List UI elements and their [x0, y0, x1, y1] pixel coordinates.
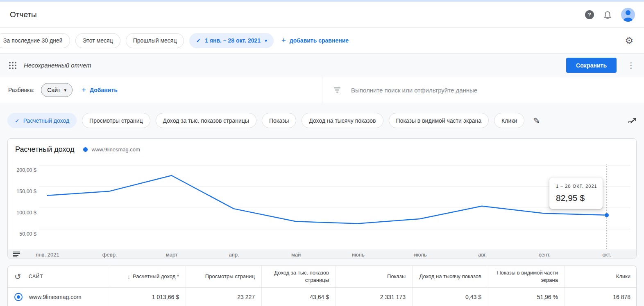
- metric-chip-estimated-earnings[interactable]: ✓ Расчетный доход: [7, 113, 77, 128]
- x-axis-month-label: июль: [414, 252, 426, 258]
- x-axis-strip: янв. 2021февр.мартапр.майиюньиюльавг.сен…: [8, 250, 636, 259]
- tooltip-date: 1 – 28 ОКТ. 2021: [556, 184, 596, 189]
- check-icon: ✓: [196, 37, 201, 44]
- column-label: Показы: [387, 273, 406, 280]
- date-preset-last-month[interactable]: Прошлый месяц: [126, 33, 184, 48]
- legend-series-name: www.9linesmag.com: [91, 146, 140, 153]
- page-title: Отчеты: [10, 10, 37, 19]
- column-header-impressions[interactable]: Показы: [336, 266, 412, 287]
- column-label: Просмотры страниц: [205, 273, 255, 280]
- add-comparison-button[interactable]: + добавить сравнение: [281, 36, 349, 45]
- x-axis-month-label: янв. 2021: [36, 252, 59, 258]
- user-avatar[interactable]: [621, 8, 635, 22]
- add-dimension-label: Добавить: [90, 87, 118, 93]
- estimated-earnings-cell: 1 013,66 $: [110, 288, 186, 306]
- settings-gear-icon[interactable]: ⚙: [625, 36, 633, 45]
- gridlines: [39, 165, 630, 229]
- column-label: Расчетный доход *: [133, 273, 179, 280]
- hover-data-point-dot: [605, 213, 609, 217]
- date-filter-bar: За последние 30 дней Этот месяц Прошлый …: [0, 28, 644, 54]
- legend-dot: [83, 147, 88, 152]
- hover-crosshair-line: [606, 164, 607, 250]
- filter-funnel-icon[interactable]: [333, 88, 341, 92]
- metric-chip-page-rpm[interactable]: Доход за тыс. показов страницы: [156, 113, 256, 128]
- chevron-down-icon: ▾: [64, 88, 66, 93]
- earnings-line-series: [48, 176, 606, 224]
- page-rpm-cell: 43,64 $: [261, 288, 336, 306]
- y-axis-tick-label: 100,00 $: [8, 210, 36, 216]
- dimension-selector-site[interactable]: Сайт ▾: [41, 83, 73, 97]
- table-header-row: ↺ САЙТ ↓ Расчетный доход * Просмотры стр…: [8, 266, 636, 288]
- x-axis-month-label: май: [291, 252, 301, 258]
- appbar-actions: ?: [585, 8, 635, 22]
- column-label: Клики: [616, 273, 630, 280]
- add-comparison-label: добавить сравнение: [290, 37, 349, 44]
- check-icon: ✓: [15, 117, 20, 124]
- y-axis-tick-label: 200,00 $: [8, 167, 36, 173]
- avatar-head: [626, 10, 630, 15]
- column-label: Доход на тысячу показов: [419, 273, 481, 280]
- metric-chip-clicks[interactable]: Клики: [494, 113, 524, 128]
- tooltip-value: 82,95 $: [556, 193, 596, 203]
- column-label: САЙТ: [29, 273, 43, 280]
- chart-legend: www.9linesmag.com: [83, 146, 140, 153]
- notifications-bell-icon[interactable]: [603, 10, 612, 19]
- main-content: ✓ Расчетный доход Просмотры страниц Дохо…: [0, 103, 644, 306]
- date-preset-last-30-days[interactable]: За последние 30 дней: [0, 33, 70, 48]
- chart-header: Расчетный доход www.9linesmag.com: [8, 139, 636, 154]
- date-range-selector[interactable]: ✓ 1 янв. – 28 окт. 2021 ▾: [189, 33, 273, 48]
- more-options-kebab-icon[interactable]: ⋮: [624, 61, 638, 70]
- metric-chip-label: Расчетный доход: [23, 117, 69, 124]
- x-axis-month-label: июнь: [352, 252, 365, 258]
- x-axis-month-label: авг.: [478, 252, 487, 258]
- breakdown-section: Разбивка: Сайт ▾ + Добавить: [0, 77, 322, 103]
- report-title-bar: Несохраненный отчет Сохранить ⋮: [0, 54, 644, 77]
- column-header-clicks[interactable]: Клики: [565, 266, 637, 287]
- column-label: Доход за тыс. показов страницы: [268, 269, 329, 284]
- x-axis-month-label: сент.: [539, 252, 551, 258]
- axis-list-icon[interactable]: [13, 252, 20, 257]
- column-header-site[interactable]: ↺ САЙТ: [8, 266, 110, 287]
- search-input[interactable]: [351, 87, 636, 94]
- chart-card: Расчетный доход www.9linesmag.com 200,00…: [7, 138, 637, 259]
- table-row: www.9linesmag.com 1 013,66 $ 23 227 43,6…: [8, 288, 636, 306]
- edit-metrics-pencil-icon[interactable]: ✎: [533, 116, 540, 126]
- chart-title: Расчетный доход: [15, 145, 74, 154]
- chevron-down-icon: ▾: [265, 38, 267, 43]
- report-table: ↺ САЙТ ↓ Расчетный доход * Просмотры стр…: [7, 266, 637, 306]
- x-axis-month-label: апр.: [229, 252, 239, 258]
- save-button[interactable]: Сохранить: [566, 58, 617, 73]
- impression-rpm-cell: 0,43 $: [412, 288, 488, 306]
- x-axis-month-label: март: [166, 252, 178, 258]
- apps-grid-icon[interactable]: [9, 62, 16, 69]
- metric-chip-page-views[interactable]: Просмотры страниц: [82, 113, 150, 128]
- plus-icon: +: [281, 36, 286, 45]
- x-axis-month-label: февр.: [102, 252, 117, 258]
- y-axis-tick-label: 150,00 $: [8, 189, 36, 194]
- avatar-body: [624, 18, 633, 22]
- metric-chip-viewability[interactable]: Показы в видимой части экрана: [389, 113, 489, 128]
- sort-descending-icon: ↓: [127, 273, 130, 281]
- column-header-impression-rpm[interactable]: Доход на тысячу показов: [412, 266, 488, 287]
- add-dimension-button[interactable]: + Добавить: [82, 86, 118, 94]
- clicks-cell: 16 878: [565, 288, 637, 306]
- column-header-estimated-earnings[interactable]: ↓ Расчетный доход *: [110, 266, 186, 287]
- breakdown-search-bar: Разбивка: Сайт ▾ + Добавить: [0, 77, 644, 103]
- undo-icon[interactable]: ↺: [14, 272, 21, 281]
- date-preset-this-month[interactable]: Этот месяц: [75, 33, 120, 48]
- metric-chip-impression-rpm[interactable]: Доход на тысячу показов: [302, 113, 383, 128]
- metric-chips-row: ✓ Расчетный доход Просмотры страниц Дохо…: [7, 113, 637, 128]
- multiline-chart-icon[interactable]: [628, 116, 637, 125]
- visibility-eye-icon[interactable]: [14, 293, 23, 301]
- column-label: Показы в видимой части экрана: [495, 269, 558, 284]
- column-header-page-rpm[interactable]: Доход за тыс. показов страницы: [261, 266, 336, 287]
- search-filter-section: [322, 77, 644, 103]
- chart-tooltip: 1 – 28 ОКТ. 2021 82,95 $: [549, 178, 603, 209]
- metric-chip-impressions[interactable]: Показы: [262, 113, 296, 128]
- column-header-page-views[interactable]: Просмотры страниц: [186, 266, 261, 287]
- dimension-label: Сайт: [47, 87, 60, 93]
- column-header-viewability[interactable]: Показы в видимой части экрана: [488, 266, 565, 287]
- site-name: www.9linesmag.com: [29, 293, 82, 301]
- x-axis-month-label: окт.: [602, 252, 611, 258]
- help-icon[interactable]: ?: [585, 10, 594, 19]
